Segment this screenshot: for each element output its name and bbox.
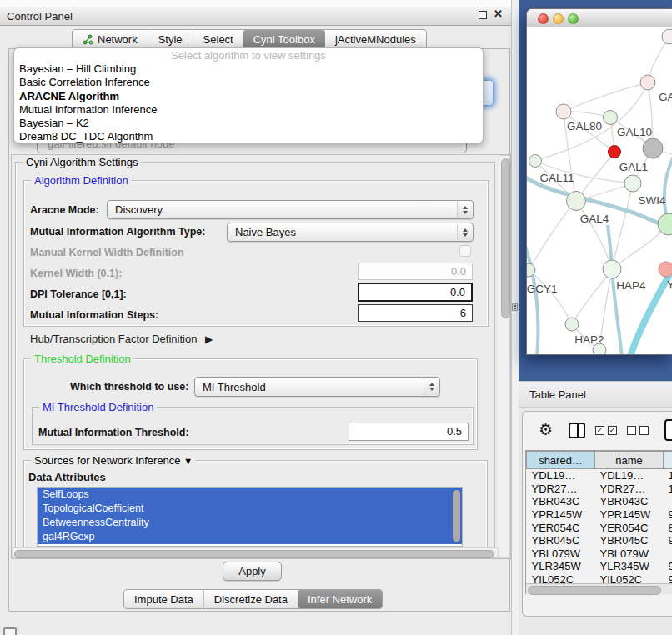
- panel-divider[interactable]: [511, 0, 519, 635]
- tab-impute-data[interactable]: Impute Data: [124, 590, 203, 608]
- minimized-panel-icon[interactable]: [3, 628, 17, 635]
- table-row[interactable]: YDL19…YDL19…13: [527, 469, 672, 482]
- table-cell: YBR043C: [595, 495, 664, 508]
- network-node[interactable]: [662, 29, 672, 44]
- algorithm-option-mutual-information-inference[interactable]: Mutual Information Inference: [14, 103, 483, 117]
- attribute-item-betweennesscentrality[interactable]: BetweennessCentrality: [38, 516, 462, 530]
- table-row[interactable]: YLR345WYLR345W9.: [527, 560, 672, 573]
- network-edge[interactable]: [572, 269, 612, 324]
- settings-vertical-scrollbar[interactable]: [499, 155, 510, 558]
- network-edge[interactable]: [529, 201, 576, 270]
- gear-icon[interactable]: ⚙: [539, 421, 553, 439]
- network-node[interactable]: [567, 192, 586, 211]
- attribute-item-gal4rgexp[interactable]: gal4RGexp: [38, 530, 462, 544]
- algorithm-popup-items: Bayesian – Hill ClimbingBasic Correlatio…: [14, 62, 483, 143]
- which-threshold-value: MI Threshold: [203, 381, 266, 393]
- dpi-tolerance-field[interactable]: 0.0: [358, 282, 473, 302]
- column-header-name[interactable]: name: [595, 452, 664, 469]
- network-canvas[interactable]: GAL80GAL10GALGAL11GAL1SWI4GAL4GCY1HAP4YH…: [527, 27, 672, 355]
- table-horizontal-scrollbar-thumb[interactable]: [528, 586, 661, 595]
- close-icon[interactable]: ✕: [494, 8, 503, 20]
- network-node[interactable]: [659, 262, 672, 277]
- column-header-shared[interactable]: shared…: [527, 452, 595, 469]
- select-all-columns-icon[interactable]: ✓ ✓: [595, 426, 617, 435]
- tab-discretize-data[interactable]: Discretize Data: [203, 590, 298, 608]
- network-edge[interactable]: [576, 201, 612, 269]
- network-node[interactable]: [604, 111, 618, 125]
- network-node[interactable]: [640, 75, 655, 90]
- apply-button[interactable]: Apply: [223, 562, 282, 581]
- tab-style[interactable]: Style: [148, 30, 193, 48]
- table-row[interactable]: YBL079WYBL079W: [527, 548, 672, 561]
- float-window-icon[interactable]: [479, 11, 487, 19]
- tab-network[interactable]: Network: [73, 30, 148, 48]
- column-header-extra[interactable]: [664, 452, 672, 469]
- tab-cyni-toolbox[interactable]: Cyni Toolbox: [243, 30, 325, 48]
- network-window[interactable]: GAL80GAL10GALGAL11GAL1SWI4GAL4GCY1HAP4YH…: [526, 8, 672, 355]
- table-cell: YBR045C: [595, 534, 664, 548]
- table-row[interactable]: YDR27…YDR27…12: [527, 482, 672, 496]
- table-cell: YLR345W: [595, 560, 664, 573]
- network-edge[interactable]: [527, 237, 538, 355]
- hub-definition-label: Hub/Transcription Factor Definition: [30, 332, 197, 345]
- network-node[interactable]: [529, 155, 542, 168]
- tab-infer-network[interactable]: Infer Network: [298, 590, 382, 608]
- network-node[interactable]: [603, 260, 621, 278]
- zoom-traffic-light-icon[interactable]: [568, 13, 579, 24]
- divider-grip[interactable]: [512, 303, 518, 311]
- network-node[interactable]: [609, 146, 621, 158]
- table-row[interactable]: YBR045CYBR045C9.: [527, 534, 672, 548]
- checked-box-icon: ✓: [595, 426, 604, 435]
- tab-label: jActiveMNodules: [335, 33, 416, 46]
- settings-vertical-scrollbar-thumb[interactable]: [501, 158, 510, 318]
- new-table-icon[interactable]: [664, 419, 672, 441]
- settings-horizontal-scrollbar-thumb[interactable]: [14, 550, 494, 558]
- algorithm-option-basic-correlation-inference[interactable]: Basic Correlation Inference: [14, 76, 483, 89]
- table-cell: YDL19…: [527, 469, 595, 482]
- network-node[interactable]: [565, 318, 579, 331]
- column-view-icon[interactable]: [569, 422, 585, 438]
- sources-title[interactable]: Sources for Network Inference ▼: [31, 454, 196, 467]
- mi-type-combobox[interactable]: Naive Bayes: [227, 222, 474, 242]
- settings-horizontal-scrollbar[interactable]: [12, 548, 499, 558]
- network-node[interactable]: [556, 104, 571, 119]
- node-label-gal: GAL: [659, 91, 672, 103]
- expand-right-icon: ▶: [205, 333, 213, 345]
- network-window-titlebar[interactable]: [527, 9, 672, 28]
- table-row[interactable]: YBR043CYBR043C: [527, 495, 672, 508]
- deselect-all-columns-icon[interactable]: [627, 426, 649, 435]
- table-horizontal-scrollbar[interactable]: [526, 583, 672, 594]
- network-node[interactable]: [643, 138, 663, 158]
- mi-steps-field[interactable]: 6: [358, 304, 473, 322]
- algorithm-option-dream8-dc-tdc-algorithm[interactable]: Dream8 DC_TDC Algorithm: [14, 130, 483, 143]
- network-node[interactable]: [658, 213, 672, 235]
- node-table: shared…name YDL19…YDL19…13YDR27…YDR27…12…: [525, 450, 672, 594]
- algorithm-option-bayesian-k2[interactable]: Bayesian – K2: [14, 117, 483, 130]
- attribute-item-topologicalcoefficient[interactable]: TopologicalCoefficient: [38, 502, 462, 516]
- network-edge[interactable]: [564, 82, 648, 112]
- mi-threshold-field[interactable]: 0.5: [349, 422, 469, 441]
- kernel-width-field[interactable]: 0.0: [358, 262, 473, 280]
- manual-kernel-label: Manual Kernel Width Definition: [30, 247, 184, 258]
- table-cell: 9.: [664, 508, 672, 522]
- algorithm-option-bayesian-hill-climbing[interactable]: Bayesian – Hill Climbing: [14, 62, 483, 76]
- tab-select[interactable]: Select: [193, 30, 243, 48]
- close-traffic-light-icon[interactable]: [538, 13, 549, 24]
- algorithm-option-aracne-algorithm[interactable]: ARACNE Algorithm: [14, 90, 483, 103]
- network-node[interactable]: [624, 175, 641, 192]
- list-scrollbar[interactable]: [453, 490, 460, 542]
- table-cell: YPR145W: [595, 508, 664, 522]
- tab-jactivemnodules[interactable]: jActiveMNodules: [325, 30, 426, 48]
- table-panel-titlebar: Table Panel: [519, 382, 672, 408]
- which-threshold-combobox[interactable]: MI Threshold: [194, 377, 440, 397]
- attribute-item-selfloops[interactable]: SelfLoops: [38, 488, 462, 502]
- data-attributes-list[interactable]: SelfLoopsTopologicalCoefficientBetweenne…: [37, 487, 463, 547]
- minimize-traffic-light-icon[interactable]: [553, 13, 564, 24]
- hub-definition-toggle[interactable]: Hub/Transcription Factor Definition ▶: [30, 332, 213, 345]
- aracne-mode-combobox[interactable]: Discovery: [107, 200, 474, 219]
- table-row[interactable]: YER054CYER054C8.: [527, 521, 672, 534]
- table-cell: 9.: [664, 534, 672, 548]
- manual-kernel-checkbox[interactable]: [459, 245, 471, 257]
- table-row[interactable]: YPR145WYPR145W9.: [527, 508, 672, 522]
- combo-stepper-icon: [424, 378, 439, 395]
